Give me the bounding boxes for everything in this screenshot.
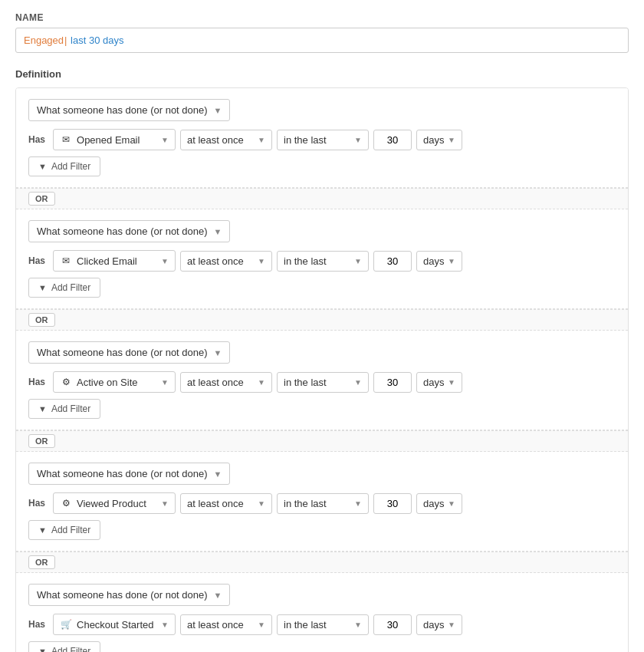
time-dropdown-3-chevron: ▼ [354, 378, 362, 387]
freq-label-1: at least once [187, 134, 244, 146]
days-dropdown-2-chevron: ▼ [448, 257, 455, 265]
days-label-2: days [423, 255, 444, 267]
main-dropdown-1-label: What someone has done (or not done) [37, 104, 208, 116]
has-row-3: Has ⚙ Active on Site ▼ at least once ▼ i… [28, 371, 616, 393]
days-label-4: days [423, 498, 444, 509]
main-dropdown-2-label: What someone has done (or not done) [37, 226, 208, 237]
days-dropdown-1[interactable]: days ▼ [416, 130, 462, 150]
add-filter-btn-1[interactable]: ▼ Add Filter [28, 156, 100, 176]
freq-dropdown-1[interactable]: at least once ▼ [180, 130, 272, 150]
time-dropdown-1[interactable]: in the last ▼ [277, 130, 369, 150]
number-input-4[interactable] [373, 493, 412, 514]
time-dropdown-5[interactable]: in the last ▼ [277, 614, 369, 635]
freq-label-5: at least once [187, 619, 244, 631]
name-input[interactable]: Engaged | last 30 days [15, 28, 629, 53]
days-dropdown-3-chevron: ▼ [448, 378, 455, 387]
main-dropdown-2-chevron: ▼ [214, 227, 222, 236]
condition-block-4: What someone has done (or not done) ▼ Ha… [16, 452, 628, 552]
event-dropdown-5[interactable]: 🛒 Checkout Started ▼ [53, 614, 176, 635]
days-dropdown-4[interactable]: days ▼ [416, 493, 462, 514]
freq-label-4: at least once [187, 498, 244, 509]
freq-dropdown-1-chevron: ▼ [258, 136, 265, 144]
freq-dropdown-3[interactable]: at least once ▼ [180, 372, 272, 393]
freq-dropdown-2[interactable]: at least once ▼ [180, 251, 272, 272]
has-row-2: Has ✉ Clicked Email ▼ at least once ▼ in… [28, 250, 616, 272]
event-dropdown-2[interactable]: ✉ Clicked Email ▼ [53, 250, 176, 272]
time-label-4: in the last [284, 498, 327, 509]
active-site-icon: ⚙ [60, 376, 72, 388]
has-label-1: Has [28, 134, 45, 145]
event-label-3: Active on Site [77, 377, 138, 388]
has-row-5: Has 🛒 Checkout Started ▼ at least once ▼… [28, 614, 616, 635]
time-label-3: in the last [284, 377, 327, 388]
main-dropdown-4[interactable]: What someone has done (or not done) ▼ [28, 463, 230, 485]
time-label-5: in the last [284, 619, 327, 631]
time-label-1: in the last [284, 134, 327, 146]
event-dropdown-5-chevron: ▼ [161, 621, 169, 629]
freq-dropdown-3-chevron: ▼ [258, 378, 265, 387]
add-filter-btn-5[interactable]: ▼ Add Filter [28, 641, 100, 652]
has-row-1: Has ✉ Opened Email ▼ at least once ▼ in … [28, 129, 616, 150]
freq-dropdown-4[interactable]: at least once ▼ [180, 493, 272, 514]
time-dropdown-5-chevron: ▼ [354, 621, 362, 629]
checkout-icon: 🛒 [60, 618, 72, 631]
add-filter-btn-3[interactable]: ▼ Add Filter [28, 399, 100, 419]
name-text-engaged: Engaged [24, 35, 64, 46]
number-input-5[interactable] [373, 614, 412, 635]
filter-icon-5: ▼ [38, 647, 47, 652]
main-dropdown-3-chevron: ▼ [214, 348, 222, 357]
main-dropdown-5-label: What someone has done (or not done) [37, 589, 208, 601]
main-dropdown-5[interactable]: What someone has done (or not done) ▼ [28, 584, 230, 606]
opened-email-icon: ✉ [60, 133, 72, 146]
clicked-email-icon: ✉ [60, 255, 72, 267]
days-dropdown-5[interactable]: days ▼ [416, 614, 462, 635]
main-dropdown-4-chevron: ▼ [214, 469, 222, 479]
event-label-1: Opened Email [77, 134, 140, 146]
number-input-1[interactable] [373, 130, 412, 150]
time-dropdown-4-chevron: ▼ [354, 499, 362, 508]
days-label-5: days [423, 619, 444, 631]
name-text-pipe: | [64, 35, 67, 46]
time-dropdown-2[interactable]: in the last ▼ [277, 251, 369, 272]
event-dropdown-1[interactable]: ✉ Opened Email ▼ [53, 129, 176, 150]
has-label-4: Has [28, 498, 45, 509]
event-dropdown-3[interactable]: ⚙ Active on Site ▼ [53, 371, 176, 393]
event-dropdown-4-chevron: ▼ [161, 499, 169, 508]
condition-block-2: What someone has done (or not done) ▼ Ha… [16, 209, 628, 309]
add-filter-label-5: Add Filter [51, 646, 90, 652]
freq-label-3: at least once [187, 377, 244, 388]
time-dropdown-1-chevron: ▼ [354, 136, 362, 144]
filter-icon-4: ▼ [38, 525, 47, 535]
condition-block-1: What someone has done (or not done) ▼ Ha… [16, 88, 628, 188]
condition-block-3: What someone has done (or not done) ▼ Ha… [16, 331, 628, 430]
add-filter-btn-2[interactable]: ▼ Add Filter [28, 278, 100, 298]
add-filter-label-1: Add Filter [51, 161, 90, 172]
filter-icon-2: ▼ [38, 283, 47, 292]
name-section: Name Engaged | last 30 days [15, 12, 629, 53]
or-divider-4: OR [16, 552, 628, 573]
time-dropdown-3[interactable]: in the last ▼ [277, 372, 369, 393]
days-dropdown-2[interactable]: days ▼ [416, 251, 462, 272]
time-dropdown-4[interactable]: in the last ▼ [277, 493, 369, 514]
add-filter-btn-4[interactable]: ▼ Add Filter [28, 520, 100, 540]
definition-block: What someone has done (or not done) ▼ Ha… [15, 87, 629, 652]
freq-dropdown-5-chevron: ▼ [258, 621, 265, 629]
add-filter-label-2: Add Filter [51, 282, 90, 293]
main-dropdown-2[interactable]: What someone has done (or not done) ▼ [28, 220, 230, 242]
event-dropdown-3-chevron: ▼ [161, 378, 169, 387]
freq-dropdown-2-chevron: ▼ [258, 257, 265, 265]
number-input-3[interactable] [373, 372, 412, 393]
number-input-2[interactable] [373, 251, 412, 272]
main-dropdown-5-chevron: ▼ [214, 591, 222, 600]
has-label-3: Has [28, 377, 45, 387]
main-dropdown-3[interactable]: What someone has done (or not done) ▼ [28, 341, 230, 364]
event-dropdown-4[interactable]: ⚙ Viewed Product ▼ [53, 492, 176, 514]
main-dropdown-1[interactable]: What someone has done (or not done) ▼ [28, 99, 230, 121]
viewed-product-icon: ⚙ [60, 497, 72, 509]
days-dropdown-3[interactable]: days ▼ [416, 372, 462, 393]
condition-block-5: What someone has done (or not done) ▼ Ha… [16, 573, 628, 652]
freq-label-2: at least once [187, 255, 244, 267]
days-label-1: days [423, 134, 444, 146]
main-dropdown-1-chevron: ▼ [214, 106, 222, 115]
freq-dropdown-5[interactable]: at least once ▼ [180, 614, 272, 635]
